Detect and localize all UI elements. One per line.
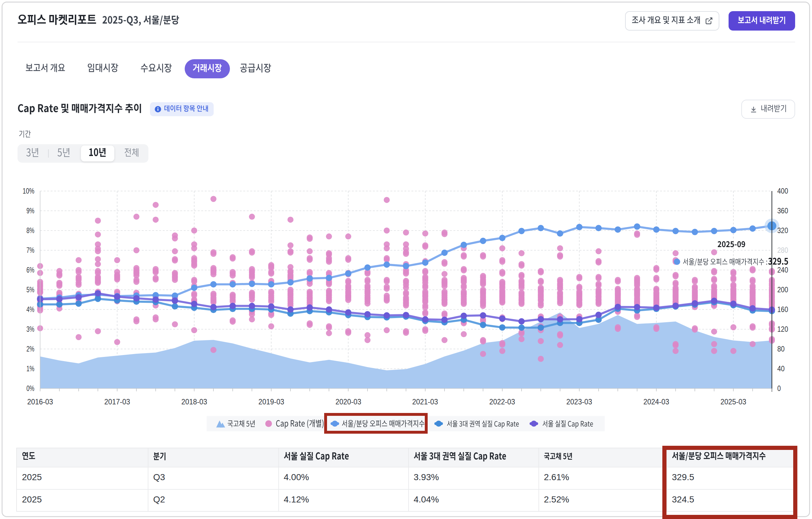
svg-text:360: 360	[777, 206, 788, 215]
svg-text:40: 40	[777, 364, 785, 373]
svg-text:320: 320	[777, 226, 788, 235]
svg-text:0%: 0%	[26, 384, 34, 393]
svg-text:4%: 4%	[26, 305, 34, 314]
svg-text:9%: 9%	[26, 206, 34, 215]
svg-text:120: 120	[777, 325, 788, 334]
svg-text:5%: 5%	[26, 285, 34, 294]
svg-text:200: 200	[777, 285, 788, 294]
svg-text:2020-03: 2020-03	[336, 397, 361, 406]
svg-text:240: 240	[777, 265, 788, 274]
svg-text:8%: 8%	[26, 226, 34, 235]
svg-text:2023-03: 2023-03	[567, 397, 592, 406]
svg-text:2022-03: 2022-03	[489, 397, 515, 406]
svg-text:400: 400	[777, 186, 788, 195]
svg-text:2025-03: 2025-03	[721, 397, 746, 406]
svg-text:80: 80	[777, 345, 785, 353]
svg-text:280: 280	[777, 246, 788, 254]
svg-text:6%: 6%	[26, 265, 34, 274]
svg-text:2016-03: 2016-03	[27, 397, 53, 406]
svg-text:7%: 7%	[26, 246, 34, 254]
svg-text:0: 0	[777, 384, 781, 393]
svg-text:2021-03: 2021-03	[412, 397, 438, 406]
svg-text:160: 160	[777, 305, 788, 314]
svg-text:2%: 2%	[26, 345, 34, 353]
svg-text:3%: 3%	[26, 325, 34, 334]
svg-text:1%: 1%	[26, 364, 34, 373]
svg-text:2019-03: 2019-03	[259, 397, 284, 406]
svg-text:2018-03: 2018-03	[181, 397, 207, 406]
svg-text:10%: 10%	[23, 186, 34, 195]
svg-text:2024-03: 2024-03	[643, 397, 669, 406]
svg-text:2017-03: 2017-03	[105, 397, 130, 406]
